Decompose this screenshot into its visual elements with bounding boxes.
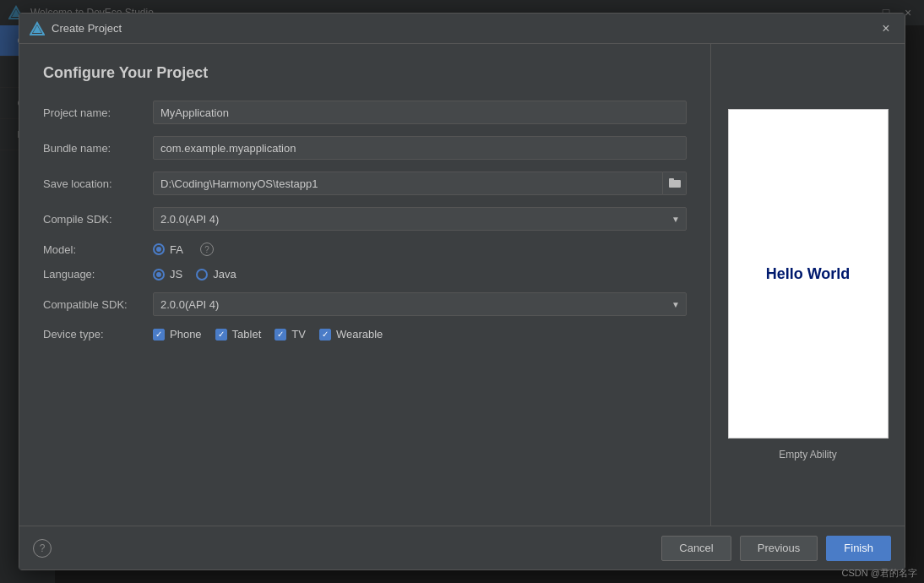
device-wearable-checkbox[interactable] bbox=[319, 329, 331, 341]
save-location-input[interactable] bbox=[153, 172, 663, 195]
bundle-name-label: Bundle name: bbox=[43, 142, 153, 155]
cancel-button[interactable]: Cancel bbox=[661, 536, 731, 561]
dialog-heading: Configure Your Project bbox=[43, 64, 687, 82]
compatible-sdk-select[interactable]: 2.0.0(API 4) 1.0.0(API 3) bbox=[153, 292, 687, 316]
device-wearable-label: Wearable bbox=[336, 328, 383, 341]
project-name-label: Project name: bbox=[43, 106, 153, 119]
model-radio-group: FA ? bbox=[153, 242, 214, 256]
model-fa-option[interactable]: FA bbox=[153, 243, 183, 256]
dialog-overlay: Create Project × Configure Your Project … bbox=[0, 0, 924, 583]
csdn-watermark: CSDN @君的名字 bbox=[842, 567, 917, 580]
project-name-row: Project name: bbox=[43, 101, 687, 124]
device-tv-label: TV bbox=[291, 328, 306, 341]
compile-sdk-label: Compile SDK: bbox=[43, 213, 153, 226]
device-tablet-checkbox[interactable] bbox=[215, 329, 227, 341]
dialog-logo-icon bbox=[30, 21, 45, 36]
model-fa-radio[interactable] bbox=[153, 243, 165, 255]
language-js-radio[interactable] bbox=[153, 269, 165, 281]
dialog-preview-area: Hello World Empty Ability bbox=[710, 44, 905, 526]
dialog-body: Configure Your Project Project name: Bun… bbox=[19, 44, 905, 526]
preview-card-text: Hello World bbox=[766, 265, 851, 283]
create-project-dialog: Create Project × Configure Your Project … bbox=[19, 13, 905, 570]
language-java-label: Java bbox=[213, 268, 236, 281]
device-phone-option[interactable]: Phone bbox=[153, 328, 202, 341]
language-java-radio[interactable] bbox=[196, 269, 208, 281]
footer-left: ? bbox=[33, 539, 52, 558]
preview-card: Hello World bbox=[728, 109, 889, 439]
language-java-option[interactable]: Java bbox=[196, 268, 236, 281]
language-radio-group: JS Java bbox=[153, 268, 236, 281]
footer-right: Cancel Previous Finish bbox=[661, 536, 891, 561]
preview-label: Empty Ability bbox=[779, 449, 837, 460]
model-help-icon[interactable]: ? bbox=[200, 242, 214, 256]
device-tv-checkbox[interactable] bbox=[274, 329, 286, 341]
finish-button[interactable]: Finish bbox=[826, 536, 891, 561]
dialog-footer: ? Cancel Previous Finish bbox=[19, 526, 905, 569]
model-label: Model: bbox=[43, 243, 153, 256]
compatible-sdk-select-wrapper: 2.0.0(API 4) 1.0.0(API 3) bbox=[153, 292, 687, 316]
model-fa-label: FA bbox=[170, 243, 183, 256]
language-label: Language: bbox=[43, 268, 153, 281]
bundle-name-row: Bundle name: bbox=[43, 136, 687, 160]
save-location-row: Save location: bbox=[43, 172, 687, 195]
model-row: Model: FA ? bbox=[43, 242, 687, 256]
footer-help-button[interactable]: ? bbox=[33, 539, 52, 558]
language-row: Language: JS Java bbox=[43, 268, 687, 281]
previous-button[interactable]: Previous bbox=[740, 536, 818, 561]
device-wearable-option[interactable]: Wearable bbox=[319, 328, 383, 341]
language-js-label: JS bbox=[170, 268, 182, 281]
device-type-row: Device type: Phone Tablet TV bbox=[43, 328, 687, 341]
save-location-wrapper bbox=[153, 172, 687, 195]
folder-browse-button[interactable] bbox=[663, 172, 687, 195]
device-tablet-label: Tablet bbox=[232, 328, 262, 341]
device-tv-option[interactable]: TV bbox=[274, 328, 306, 341]
language-js-option[interactable]: JS bbox=[153, 268, 182, 281]
dialog-close-button[interactable]: × bbox=[878, 20, 894, 37]
device-tablet-option[interactable]: Tablet bbox=[215, 328, 262, 341]
project-name-input[interactable] bbox=[153, 101, 687, 124]
bundle-name-input[interactable] bbox=[153, 136, 687, 160]
dialog-titlebar: Create Project × bbox=[19, 14, 905, 44]
device-type-checkbox-group: Phone Tablet TV Wearable bbox=[153, 328, 383, 341]
device-type-label: Device type: bbox=[43, 328, 153, 341]
dialog-title: Create Project bbox=[52, 22, 122, 35]
save-location-label: Save location: bbox=[43, 177, 153, 190]
svg-rect-5 bbox=[669, 178, 674, 182]
compile-sdk-select[interactable]: 2.0.0(API 4) 1.0.0(API 3) bbox=[153, 207, 687, 231]
compile-sdk-row: Compile SDK: 2.0.0(API 4) 1.0.0(API 3) bbox=[43, 207, 687, 231]
dialog-form-area: Configure Your Project Project name: Bun… bbox=[19, 44, 710, 526]
compile-sdk-select-wrapper: 2.0.0(API 4) 1.0.0(API 3) bbox=[153, 207, 687, 231]
device-phone-checkbox[interactable] bbox=[153, 329, 165, 341]
compatible-sdk-label: Compatible SDK: bbox=[43, 298, 153, 311]
folder-icon bbox=[669, 177, 681, 189]
compatible-sdk-row: Compatible SDK: 2.0.0(API 4) 1.0.0(API 3… bbox=[43, 292, 687, 316]
device-phone-label: Phone bbox=[170, 328, 202, 341]
